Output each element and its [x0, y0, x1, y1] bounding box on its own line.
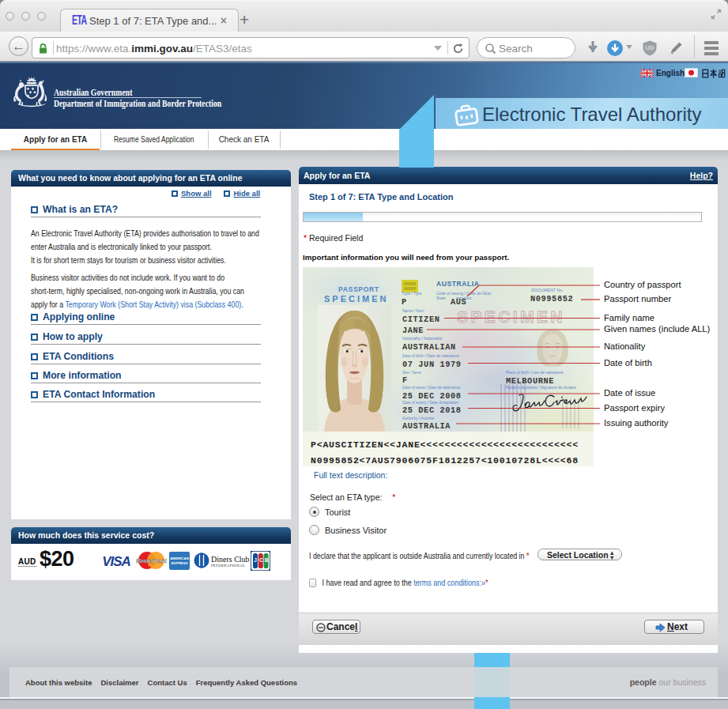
svg-text:B: B: [265, 557, 269, 563]
svg-text:MasterCard: MasterCard: [136, 557, 167, 564]
svg-text:SPECIMEN: SPECIMEN: [457, 308, 565, 326]
svg-text:AMERICAN: AMERICAN: [170, 556, 189, 560]
svg-text:INTERNATIONAL: INTERNATIONAL: [211, 564, 245, 568]
svg-text:Diners Club: Diners Club: [211, 555, 250, 564]
svg-text:J: J: [254, 557, 257, 563]
svg-text:EXPRESS: EXPRESS: [172, 561, 188, 565]
svg-text:VISA: VISA: [102, 554, 130, 569]
svg-text:UD: UD: [646, 44, 654, 51]
svg-text:C: C: [259, 557, 263, 563]
